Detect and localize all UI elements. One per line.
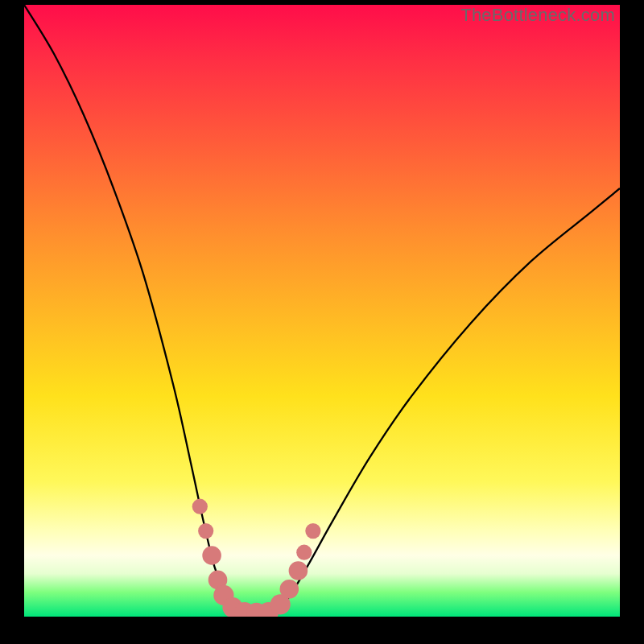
valley-dot xyxy=(289,561,308,580)
valley-dot xyxy=(280,580,299,599)
watermark-label: TheBottleneck.com xyxy=(460,5,615,26)
valley-dots xyxy=(192,499,321,617)
valley-dot xyxy=(296,545,312,560)
plot-group xyxy=(24,5,620,617)
bottleneck-curve-svg xyxy=(24,5,620,617)
chart-frame xyxy=(24,5,620,617)
v-curve xyxy=(24,5,620,617)
valley-dot xyxy=(192,499,208,514)
valley-dot xyxy=(305,523,320,539)
valley-dot xyxy=(202,546,221,565)
valley-dot xyxy=(198,523,213,539)
